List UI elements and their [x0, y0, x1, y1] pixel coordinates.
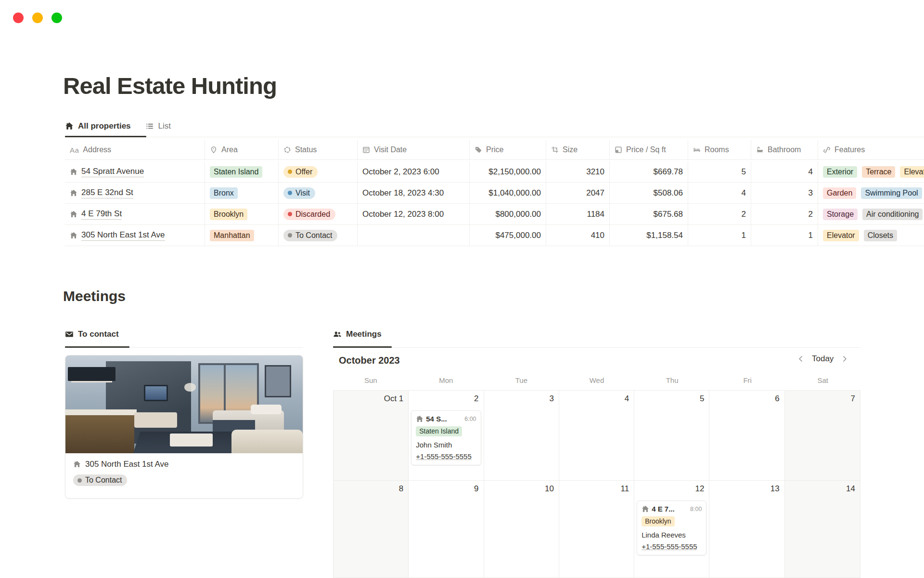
property-address-link[interactable]: 305 North East 1st Ave: [81, 230, 165, 241]
tab-to-contact-label: To contact: [78, 329, 119, 339]
calendar-day-11[interactable]: 11: [559, 481, 634, 578]
cell-price-row0[interactable]: $2,150,000.00: [470, 161, 546, 183]
calendar-day-14[interactable]: 14: [785, 481, 860, 578]
cell-area-row1[interactable]: Bronx: [205, 183, 279, 204]
column-header-area[interactable]: Area: [205, 140, 279, 160]
cell-price_sqft-row0[interactable]: $669.78: [610, 161, 688, 183]
cell-features-row2[interactable]: StorageAir conditioning: [818, 204, 924, 225]
cell-status-row1[interactable]: Visit: [279, 183, 358, 204]
cell-features-row1[interactable]: GardenSwimming Pool: [818, 183, 924, 204]
tab-meetings[interactable]: Meetings: [333, 329, 382, 339]
property-address-link[interactable]: 285 E 32nd St: [81, 188, 133, 198]
calendar-day-5[interactable]: 5: [634, 391, 709, 481]
day-number: 14: [785, 481, 860, 494]
status-label: Discarded: [295, 209, 330, 220]
event-tag-row: Brooklyn: [642, 516, 702, 526]
cell-size-row2[interactable]: 1184: [546, 204, 610, 225]
calendar-day-13[interactable]: 13: [709, 481, 784, 578]
status-badge-visit: Visit: [283, 187, 315, 199]
column-header-visit_date[interactable]: Visit Date: [358, 140, 470, 160]
cell-bathroom-row1[interactable]: 3: [751, 183, 818, 204]
cell-price-row2[interactable]: $800,000.00: [470, 204, 546, 225]
column-header-status[interactable]: Status: [279, 140, 358, 160]
home-icon: [65, 122, 74, 131]
cell-area-row2[interactable]: Brooklyn: [205, 204, 279, 225]
cell-bathroom-row3[interactable]: 1: [751, 225, 818, 246]
cell-area-row0[interactable]: Staten Island: [205, 161, 279, 183]
meeting-event-card[interactable]: 54 S...6:00Staten IslandJohn Smith+1-555…: [411, 410, 481, 465]
cell-status-row2[interactable]: Discarded: [279, 204, 358, 225]
cell-rooms-row3[interactable]: 1: [688, 225, 751, 246]
tag-closets: Closets: [864, 230, 897, 241]
calendar-day-6[interactable]: 6: [709, 391, 784, 481]
tab-to-contact[interactable]: To contact: [65, 329, 119, 339]
cell-price_sqft-row2[interactable]: $675.68: [610, 204, 688, 225]
calendar-day-8[interactable]: 8: [334, 481, 409, 578]
cell-visit-date-row2[interactable]: October 12, 2023 8:00: [358, 204, 470, 225]
column-header-features[interactable]: Features: [818, 140, 924, 160]
feature-tags: StorageAir conditioning: [823, 209, 923, 220]
column-header-price_sqft[interactable]: Price / Sq ft: [610, 140, 688, 160]
column-header-price[interactable]: Price: [470, 140, 546, 160]
column-header-bathroom[interactable]: Bathroom: [751, 140, 818, 160]
meeting-event-card[interactable]: 4 E 7...8:00BrooklynLinda Reeves+1-555-5…: [637, 500, 706, 555]
cell-size-row1[interactable]: 2047: [546, 183, 610, 204]
calendar-day-10[interactable]: 10: [484, 481, 559, 578]
calendar-day-12[interactable]: 124 E 7...8:00BrooklynLinda Reeves+1-555…: [634, 481, 709, 578]
cell-visit-date-row3[interactable]: [358, 225, 470, 246]
cell-rooms-row0[interactable]: 5: [688, 161, 751, 183]
cell-bathroom-row0[interactable]: 4: [751, 161, 818, 183]
notion-window: Real Estate Hunting All properties List …: [0, 0, 924, 578]
calendar-day-7[interactable]: 7: [785, 391, 860, 481]
cell-address-row2[interactable]: 4 E 79th St: [65, 204, 205, 225]
cell-features-row0[interactable]: ExteriorTerraceElevator: [818, 161, 924, 183]
cell-rooms-row2[interactable]: 2: [688, 204, 751, 225]
envelope-icon: [65, 330, 74, 339]
cell-price-row1[interactable]: $1,040,000.00: [470, 183, 546, 204]
day-header-wed: Wed: [559, 376, 635, 384]
event-phone-link[interactable]: +1-555-555-5555: [642, 542, 702, 551]
chevron-right-icon[interactable]: [840, 355, 849, 363]
property-address-link[interactable]: 54 Spratt Avenue: [81, 167, 144, 177]
window-minimize-button[interactable]: [32, 13, 43, 23]
cell-address-row0[interactable]: 54 Spratt Avenue: [65, 161, 205, 183]
cell-price_sqft-row3[interactable]: $1,158.54: [610, 225, 688, 246]
cell-bathroom-row2[interactable]: 2: [751, 204, 818, 225]
day-number: 2: [409, 391, 483, 404]
status-label: Offer: [295, 167, 312, 177]
tab-list[interactable]: List: [145, 121, 171, 131]
property-gallery-card[interactable]: 305 North East 1st Ave To Contact: [65, 355, 303, 499]
cell-price-row3[interactable]: $475,000.00: [470, 225, 546, 246]
today-button[interactable]: Today: [812, 354, 834, 364]
cell-visit-date-row1[interactable]: October 18, 2023 4:30: [358, 183, 470, 204]
column-header-size[interactable]: Size: [546, 140, 610, 160]
cell-area-row3[interactable]: Manhattan: [205, 225, 279, 246]
calendar-day-2[interactable]: 254 S...6:00Staten IslandJohn Smith+1-55…: [409, 391, 484, 481]
cell-size-row0[interactable]: 3210: [546, 161, 610, 183]
cell-rooms-row1[interactable]: 4: [688, 183, 751, 204]
column-header-address[interactable]: AaAddress: [65, 140, 205, 160]
cell-features-row3[interactable]: ElevatorClosets: [818, 225, 924, 246]
tag-brooklyn: Brooklyn: [210, 209, 247, 220]
crop-icon: [551, 146, 559, 154]
cell-status-row0[interactable]: Offer: [279, 161, 358, 183]
cell-address-row3[interactable]: 305 North East 1st Ave: [65, 225, 205, 246]
property-photo: [65, 355, 303, 453]
property-address-link[interactable]: 4 E 79th St: [81, 209, 122, 220]
column-header-rooms[interactable]: Rooms: [688, 140, 751, 160]
calendar-day-4[interactable]: 4: [559, 391, 634, 481]
event-phone-link[interactable]: +1-555-555-5555: [416, 452, 476, 460]
tag-air-conditioning: Air conditioning: [862, 209, 923, 220]
window-close-button[interactable]: [13, 13, 24, 23]
cell-address-row1[interactable]: 285 E 32nd St: [65, 183, 205, 204]
cell-price_sqft-row1[interactable]: $508.06: [610, 183, 688, 204]
calendar-day-9[interactable]: 9: [409, 481, 484, 578]
chevron-left-icon[interactable]: [796, 355, 805, 363]
calendar-day-3[interactable]: 3: [484, 391, 559, 481]
tab-all-properties[interactable]: All properties: [65, 121, 131, 131]
cell-visit-date-row0[interactable]: October 2, 2023 6:00: [358, 161, 470, 183]
cell-status-row3[interactable]: To Contact: [279, 225, 358, 246]
calendar-day-oct-1[interactable]: Oct 1: [334, 391, 409, 481]
window-maximize-button[interactable]: [51, 13, 62, 23]
cell-size-row3[interactable]: 410: [546, 225, 610, 246]
